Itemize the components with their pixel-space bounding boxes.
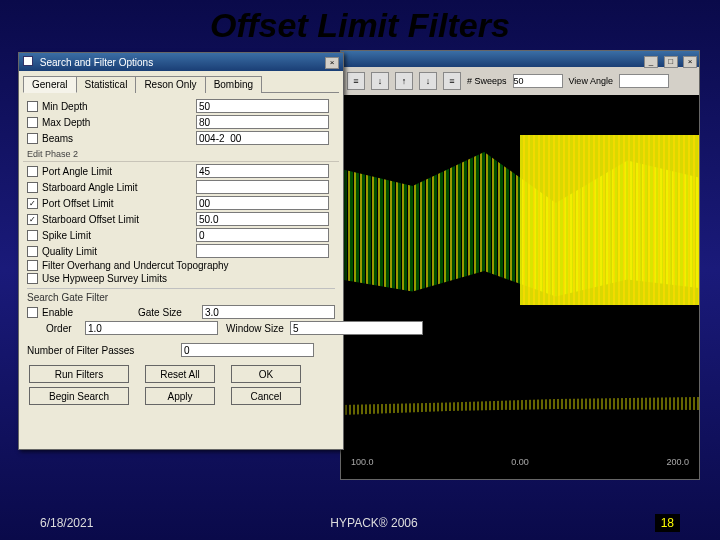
gatesize-input[interactable] bbox=[202, 305, 335, 319]
toolbar-btn-3[interactable]: ↑ bbox=[395, 72, 413, 90]
min-depth-input[interactable] bbox=[196, 99, 329, 113]
viewangle-input[interactable] bbox=[619, 74, 669, 88]
swath-data-bright bbox=[520, 135, 699, 305]
slide-footer: 6/18/2021 HYPACK® 2006 18 bbox=[0, 514, 720, 532]
max-depth-checkbox[interactable] bbox=[27, 117, 38, 128]
ok-button[interactable]: OK bbox=[231, 365, 301, 383]
overhang-label: Filter Overhang and Undercut Topography bbox=[42, 260, 335, 271]
app-icon bbox=[23, 56, 33, 66]
toolbar-btn-5[interactable]: ≡ bbox=[443, 72, 461, 90]
tab-general[interactable]: General bbox=[23, 76, 77, 93]
minimize-icon[interactable]: _ bbox=[644, 56, 658, 68]
dialog-title: Search and Filter Options bbox=[40, 57, 153, 68]
spike-checkbox[interactable] bbox=[27, 230, 38, 241]
tabstrip: General Statistical Reson Only Bombing bbox=[19, 71, 343, 92]
dialog-close-icon[interactable]: × bbox=[325, 57, 339, 69]
max-depth-input[interactable] bbox=[196, 115, 329, 129]
enable-checkbox[interactable] bbox=[27, 307, 38, 318]
swath-floor bbox=[341, 375, 699, 425]
tab-reson[interactable]: Reson Only bbox=[135, 76, 205, 93]
windowsize-label: Window Size bbox=[226, 323, 286, 334]
spike-input[interactable] bbox=[196, 228, 329, 242]
quality-label: Quality Limit bbox=[42, 246, 192, 257]
close-icon[interactable]: × bbox=[683, 56, 697, 68]
stbd-offset-checkbox[interactable]: ✓ bbox=[27, 214, 38, 225]
min-depth-label: Min Depth bbox=[42, 101, 192, 112]
axis-right: 200.0 bbox=[666, 457, 689, 467]
swath-plot: 100.0 0.00 200.0 bbox=[341, 95, 699, 479]
port-offset-input[interactable] bbox=[196, 196, 329, 210]
reset-all-button[interactable]: Reset All bbox=[145, 365, 215, 383]
apply-button[interactable]: Apply bbox=[145, 387, 215, 405]
gate-title: Search Gate Filter bbox=[27, 288, 335, 303]
windowsize-input[interactable] bbox=[290, 321, 423, 335]
quality-input[interactable] bbox=[196, 244, 329, 258]
port-angle-checkbox[interactable] bbox=[27, 166, 38, 177]
slide-title: Offset Limit Filters bbox=[0, 0, 720, 47]
quality-checkbox[interactable] bbox=[27, 246, 38, 257]
swath-axis: 100.0 0.00 200.0 bbox=[341, 457, 699, 467]
sweeps-label: # Sweeps bbox=[467, 76, 507, 86]
stbd-offset-label: Starboard Offset Limit bbox=[42, 214, 192, 225]
beams-input[interactable] bbox=[196, 131, 329, 145]
port-offset-checkbox[interactable]: ✓ bbox=[27, 198, 38, 209]
beams-label: Beams bbox=[42, 133, 192, 144]
enable-label: Enable bbox=[42, 307, 82, 318]
passes-label: Number of Filter Passes bbox=[27, 345, 177, 356]
tab-statistical[interactable]: Statistical bbox=[76, 76, 137, 93]
stbd-offset-input[interactable] bbox=[196, 212, 329, 226]
stbd-angle-label: Starboard Angle Limit bbox=[42, 182, 192, 193]
viewangle-label: View Angle bbox=[569, 76, 613, 86]
footer-page: 18 bbox=[655, 514, 680, 532]
maximize-icon[interactable]: □ bbox=[664, 56, 678, 68]
beams-checkbox[interactable] bbox=[27, 133, 38, 144]
order-label: Order bbox=[46, 323, 81, 334]
axis-mid: 0.00 bbox=[511, 457, 529, 467]
overhang-checkbox[interactable] bbox=[27, 260, 38, 271]
order-input[interactable] bbox=[85, 321, 218, 335]
run-filters-button[interactable]: Run Filters bbox=[29, 365, 129, 383]
stbd-angle-input[interactable] bbox=[196, 180, 329, 194]
toolbar-btn-2[interactable]: ↓ bbox=[371, 72, 389, 90]
tab-bombing[interactable]: Bombing bbox=[205, 76, 262, 93]
cancel-button[interactable]: Cancel bbox=[231, 387, 301, 405]
spike-label: Spike Limit bbox=[42, 230, 192, 241]
begin-search-button[interactable]: Begin Search bbox=[29, 387, 129, 405]
stbd-angle-checkbox[interactable] bbox=[27, 182, 38, 193]
swath-window: _ □ × ≡ ↓ ↑ ↓ ≡ # Sweeps View Angle 100.… bbox=[340, 50, 700, 480]
dialog-titlebar: Search and Filter Options × bbox=[19, 53, 343, 71]
axis-y: 100.0 bbox=[351, 457, 374, 467]
search-filter-dialog: Search and Filter Options × General Stat… bbox=[18, 52, 344, 450]
gatesize-label: Gate Size bbox=[138, 307, 198, 318]
toolbar-btn-1[interactable]: ≡ bbox=[347, 72, 365, 90]
port-angle-label: Port Angle Limit bbox=[42, 166, 192, 177]
port-angle-input[interactable] bbox=[196, 164, 329, 178]
use-limits-checkbox[interactable] bbox=[27, 273, 38, 284]
max-depth-label: Max Depth bbox=[42, 117, 192, 128]
sweeps-input[interactable] bbox=[513, 74, 563, 88]
min-depth-checkbox[interactable] bbox=[27, 101, 38, 112]
bg-titlebar: _ □ × bbox=[341, 51, 699, 67]
port-offset-label: Port Offset Limit bbox=[42, 198, 192, 209]
toolbar-btn-4[interactable]: ↓ bbox=[419, 72, 437, 90]
phase2-title: Edit Phase 2 bbox=[27, 149, 335, 159]
general-panel: Min Depth Max Depth Beams Edit Phase 2 P… bbox=[19, 93, 343, 409]
footer-date: 6/18/2021 bbox=[40, 516, 93, 530]
footer-center: HYPACK® 2006 bbox=[330, 516, 417, 530]
passes-input[interactable] bbox=[181, 343, 314, 357]
bg-toolbar: ≡ ↓ ↑ ↓ ≡ # Sweeps View Angle bbox=[341, 67, 699, 95]
use-limits-label: Use Hypweep Survey Limits bbox=[42, 273, 335, 284]
